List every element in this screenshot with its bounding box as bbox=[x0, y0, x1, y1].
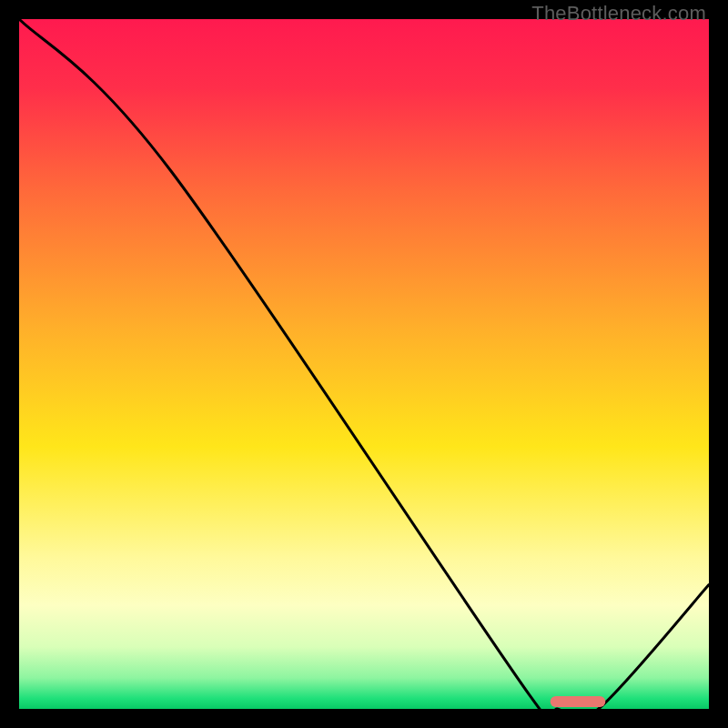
bottleneck-chart bbox=[19, 19, 709, 709]
watermark-label: TheBottleneck.com bbox=[531, 2, 706, 25]
optimal-range-marker bbox=[551, 696, 606, 707]
chart-background bbox=[19, 19, 709, 709]
chart-frame bbox=[19, 19, 709, 709]
